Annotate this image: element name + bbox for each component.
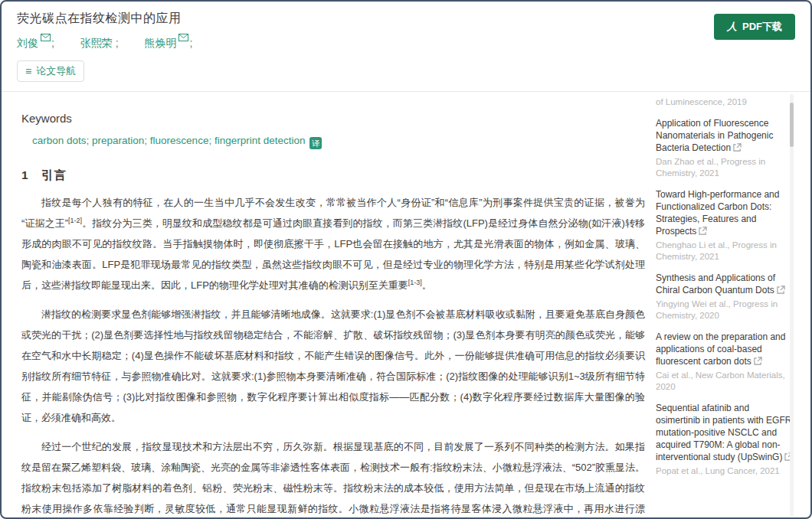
external-link-icon xyxy=(733,143,742,152)
related-article-title[interactable]: Synthesis and Applications of Chiral Car… xyxy=(656,273,775,295)
article-header: 荧光碳点在指纹检测中的应用 刘俊; 张熙荣 ; 熊焕明; 人 PDF下载 ≡ 论… xyxy=(2,2,810,92)
paper-navigation-button[interactable]: ≡ 论文导航 xyxy=(17,60,84,82)
citation-ref[interactable]: [1-2] xyxy=(68,217,82,224)
citation-ref[interactable]: [1-3] xyxy=(408,279,422,286)
author-separator: ; xyxy=(116,37,119,49)
external-link-icon xyxy=(754,357,762,365)
related-article-source: Cai et al., New Carbon Materials, 2020 xyxy=(656,370,794,393)
pdf-icon: 人 xyxy=(727,20,737,34)
section-heading: 1 引言 xyxy=(21,168,645,184)
related-article-title[interactable]: Toward High-performance and Functionaliz… xyxy=(656,189,779,237)
related-article[interactable]: Application of Fluorescence Nanomaterial… xyxy=(656,117,794,179)
paragraph: 潜指纹的检测要求显色剂能够增强潜指纹，并且能够清晰地成像。这就要求:(1)显色剂… xyxy=(21,304,645,428)
related-article-source: Chenghao Li et al., Progress in Chemistr… xyxy=(656,240,794,263)
related-article-source: Yingying Wei et al., Progress in Chemist… xyxy=(656,299,794,322)
keywords-value[interactable]: carbon dots; preparation; fluorescence; … xyxy=(32,135,305,146)
author-link[interactable]: 张熙荣 ; xyxy=(80,37,119,49)
sidebar-scrollbar-thumb[interactable] xyxy=(790,103,794,147)
related-article-partial-source[interactable]: of Luminescence, 2019 xyxy=(656,96,794,108)
main-area: Keywords carbon dots; preparation; fluor… xyxy=(2,92,810,519)
article-content: Keywords carbon dots; preparation; fluor… xyxy=(2,92,656,519)
related-article-title[interactable]: Sequential afatinib and osimertinib in p… xyxy=(656,403,791,462)
paper-navigation-label: 论文导航 xyxy=(36,64,76,78)
related-article-source: Popat et al., Lung Cancer, 2021 xyxy=(656,465,794,477)
external-link-icon xyxy=(699,227,707,235)
related-article-source: Dan Zhao et al., Progress in Chemistry, … xyxy=(656,156,794,179)
author-link[interactable]: 刘俊; xyxy=(17,37,54,49)
pdf-download-label: PDF下载 xyxy=(742,20,782,34)
related-article[interactable]: Synthesis and Applications of Chiral Car… xyxy=(656,272,794,322)
sidebar-scrollbar-track[interactable] xyxy=(790,94,794,517)
paragraph: 指纹是每个人独有的特征，在人的一生当中几乎不会发生改变，常常被当作个人“身份证”… xyxy=(21,192,645,295)
article-page: 荧光碳点在指纹检测中的应用 刘俊; 张熙荣 ; 熊焕明; 人 PDF下载 ≡ 论… xyxy=(0,0,812,519)
author-name: 熊焕明 xyxy=(144,37,176,49)
mail-icon[interactable] xyxy=(178,34,188,41)
external-link-icon xyxy=(777,286,785,294)
author-name: 刘俊 xyxy=(17,37,38,49)
related-article[interactable]: Sequential afatinib and osimertinib in p… xyxy=(656,402,794,477)
keywords-heading: Keywords xyxy=(21,112,645,125)
keywords-line: carbon dots; preparation; fluorescence; … xyxy=(32,135,645,149)
author-link[interactable]: 熊焕明; xyxy=(144,37,192,49)
related-article[interactable]: Toward High-performance and Functionaliz… xyxy=(656,188,794,263)
menu-icon: ≡ xyxy=(25,66,31,77)
paragraph-text: 。 xyxy=(422,279,432,291)
related-articles-sidebar: of Luminescence, 2019 Application of Flu… xyxy=(656,92,794,519)
author-separator: ; xyxy=(189,37,192,49)
related-article-title[interactable]: Application of Fluorescence Nanomaterial… xyxy=(656,118,773,153)
mail-icon[interactable] xyxy=(41,34,51,41)
paragraph: 经过一个世纪的发展，指纹显现技术和方法层出不穷，历久弥新。根据显现基底的不同，目… xyxy=(21,436,645,519)
related-article-title[interactable]: A review on the preparation and applicat… xyxy=(656,331,785,367)
author-list: 刘俊; 张熙荣 ; 熊焕明; xyxy=(17,34,795,51)
author-separator: ; xyxy=(51,37,54,49)
author-name: 张熙荣 xyxy=(80,37,113,49)
pdf-download-button[interactable]: 人 PDF下载 xyxy=(714,14,795,40)
related-article[interactable]: A review on the preparation and applicat… xyxy=(656,331,794,393)
translate-badge[interactable]: 译 xyxy=(309,137,322,149)
paragraph-text: 。指纹分为三类，明显纹和成型稳纹都是可通过肉眼直接看到的指纹，而第三类潜指纹(L… xyxy=(21,217,645,291)
page-title: 荧光碳点在指纹检测中的应用 xyxy=(17,11,795,27)
